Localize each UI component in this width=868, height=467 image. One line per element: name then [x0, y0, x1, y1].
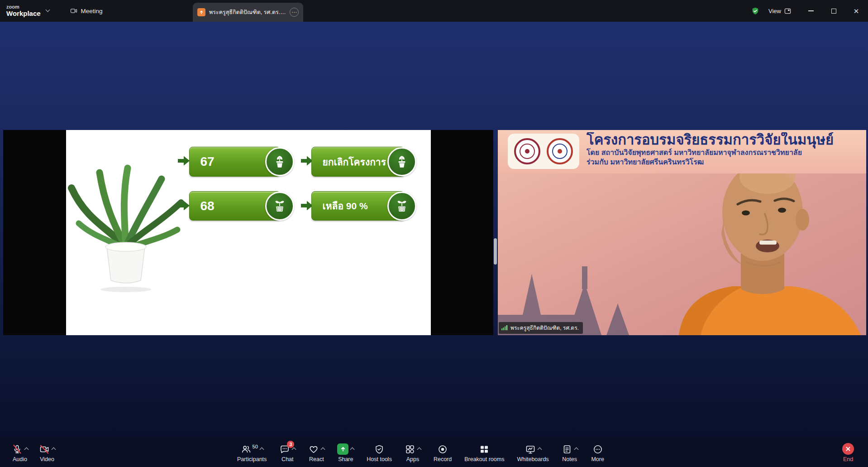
- video-button[interactable]: Video: [33, 438, 61, 467]
- video-label: Video: [40, 456, 54, 462]
- participant-name-label: พระครูสุธีกิตติปัณฑิต, รศ.ดร.: [510, 323, 579, 332]
- heart-icon: [308, 444, 319, 455]
- record-button[interactable]: Record: [428, 438, 457, 467]
- more-button[interactable]: More: [585, 438, 610, 467]
- react-options-chevron[interactable]: [321, 447, 325, 452]
- host-tools-button[interactable]: Host tools: [361, 438, 397, 467]
- tab-meeting-label: Meeting: [81, 8, 103, 14]
- panel-resize-handle[interactable]: [494, 238, 497, 265]
- tab-options-icon[interactable]: ⋯: [290, 8, 299, 17]
- notes-options-chevron[interactable]: [574, 447, 578, 452]
- view-button-label: View: [768, 8, 781, 14]
- notes-button[interactable]: Notes: [556, 438, 583, 467]
- whiteboards-button[interactable]: Whiteboards: [511, 438, 554, 467]
- share-screen-icon: [337, 443, 348, 455]
- minimize-icon: [808, 10, 814, 11]
- tab-screen-share-label: พระครูสุธีกิตติปัณฑิต, รศ.ดร.'s screen: [209, 8, 286, 17]
- banner-title: โครงการอบรมจริยธรรมการวิจัยในมนุษย์: [587, 132, 863, 148]
- participant-name-tag: พระครูสุธีกิตติปัณฑิต, รศ.ดร.: [499, 322, 583, 334]
- organization-logos: [508, 134, 579, 169]
- react-label: React: [309, 456, 324, 462]
- minimize-button[interactable]: [806, 6, 816, 15]
- flow-arrow-icon: [177, 155, 190, 166]
- sprout-badge-icon: [265, 192, 294, 221]
- chat-label: Chat: [281, 456, 293, 462]
- diagram-box-remaining-label: เหลือ 90 %: [323, 198, 368, 213]
- participants-button[interactable]: 50 Participants: [232, 438, 272, 467]
- whiteboard-icon: [525, 444, 536, 455]
- participants-options-chevron[interactable]: [259, 447, 264, 452]
- more-dots-icon: [592, 444, 603, 455]
- video-options-chevron[interactable]: [52, 447, 56, 452]
- record-label: Record: [434, 456, 452, 462]
- maximize-icon: [831, 9, 836, 14]
- notes-label: Notes: [562, 456, 577, 462]
- breakout-rooms-icon: [479, 444, 490, 455]
- breakout-rooms-label: Breakout rooms: [464, 456, 504, 462]
- camera-muted-icon: [39, 444, 50, 455]
- end-meeting-icon: [842, 443, 854, 455]
- view-layout-icon: [784, 8, 791, 14]
- presentation-slide: 67 ยกเลิกโครงการ: [66, 130, 431, 335]
- apps-button[interactable]: Apps: [399, 438, 426, 467]
- more-label: More: [591, 456, 604, 462]
- flow-arrow-icon: [177, 200, 190, 211]
- zoom-workplace-menu[interactable]: zoom Workplace: [0, 5, 49, 17]
- titlebar: zoom Workplace Meeting พระครูสุธีกิตติปั…: [0, 0, 868, 22]
- screen-share-icon: [197, 8, 205, 16]
- close-icon: ✕: [854, 8, 859, 14]
- apps-label: Apps: [406, 456, 420, 462]
- university-emblem-icon: [514, 138, 540, 164]
- view-button[interactable]: View: [768, 8, 791, 14]
- chevron-down-icon[interactable]: [45, 8, 50, 12]
- close-button[interactable]: ✕: [852, 6, 861, 15]
- apps-options-chevron[interactable]: [417, 447, 421, 452]
- connection-signal-icon: [501, 325, 508, 330]
- audio-button[interactable]: Audio: [6, 438, 33, 467]
- whiteboards-label: Whiteboards: [517, 456, 548, 462]
- seminar-banner: โครงการอบรมจริยธรรมการวิจัยในมนุษย์ โดย …: [498, 130, 866, 173]
- banner-subtitle-2: ร่วมกับ มหาวิทยาลัยศรีนครินทรวิโรฒ: [587, 158, 863, 167]
- potted-plant-image: [68, 156, 185, 292]
- institute-emblem-icon: [547, 138, 573, 164]
- host-tools-label: Host tools: [367, 456, 392, 462]
- chat-unread-badge: 3: [287, 441, 294, 448]
- diagram-box-68-label: 68: [200, 199, 215, 213]
- react-button[interactable]: React: [303, 438, 330, 467]
- participants-count: 50: [253, 444, 258, 449]
- share-button[interactable]: Share: [332, 438, 359, 467]
- tab-meeting[interactable]: Meeting: [70, 7, 103, 14]
- sprout-badge-icon: [387, 192, 416, 221]
- shield-icon: [374, 444, 385, 455]
- meeting-stage: 67 ยกเลิกโครงการ: [0, 22, 868, 438]
- end-meeting-button[interactable]: End: [835, 438, 861, 467]
- banner-subtitle-1: โดย สถาบันวิจัยพุทธศาสตร์ มหาวิทยาลัยมหา…: [587, 148, 863, 158]
- apps-grid-icon: [405, 444, 415, 455]
- meeting-camera-icon: [70, 7, 77, 14]
- potted-plant-badge-icon: [387, 147, 416, 176]
- microphone-muted-icon: [12, 444, 23, 455]
- shared-screen-view: 67 ยกเลิกโครงการ: [3, 130, 493, 335]
- security-shield-icon[interactable]: [751, 7, 759, 15]
- tab-screen-share[interactable]: พระครูสุธีกิตติปัณฑิต, รศ.ดร.'s screen ⋯: [193, 3, 303, 22]
- chat-options-chevron[interactable]: [292, 447, 296, 452]
- brand-workplace: Workplace: [6, 10, 41, 17]
- participants-label: Participants: [237, 456, 267, 462]
- audio-label: Audio: [13, 456, 27, 462]
- share-label: Share: [338, 456, 353, 462]
- maximize-button[interactable]: [829, 6, 838, 15]
- breakout-rooms-button[interactable]: Breakout rooms: [459, 438, 510, 467]
- diagram-box-67-label: 67: [200, 154, 215, 169]
- whiteboards-options-chevron[interactable]: [537, 447, 542, 452]
- audio-options-chevron[interactable]: [24, 447, 29, 452]
- record-icon: [437, 444, 448, 455]
- participants-icon: [241, 444, 252, 455]
- end-meeting-label: End: [843, 456, 853, 462]
- potted-plant-badge-icon: [265, 147, 294, 176]
- notes-icon: [562, 444, 572, 455]
- chat-icon: 3: [279, 444, 290, 455]
- speaker-video-tile: โครงการอบรมจริยธรรมการวิจัยในมนุษย์ โดย …: [498, 130, 866, 335]
- chat-button[interactable]: 3 Chat: [274, 438, 301, 467]
- share-options-chevron[interactable]: [350, 447, 355, 452]
- meeting-toolbar: Audio Video: [0, 438, 868, 467]
